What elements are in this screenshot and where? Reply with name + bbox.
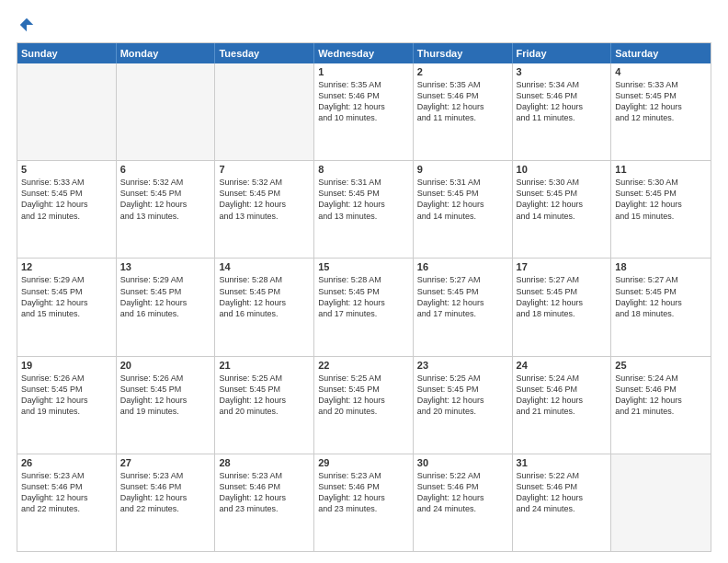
page: SundayMondayTuesdayWednesdayThursdayFrid… (0, 0, 728, 563)
cal-cell: 22Sunrise: 5:25 AM Sunset: 5:45 PM Dayli… (314, 357, 414, 454)
day-number: 20 (120, 360, 211, 371)
cell-info: Sunrise: 5:23 AM Sunset: 5:46 PM Dayligh… (219, 470, 310, 515)
day-number: 1 (318, 66, 409, 77)
logo-icon (18, 17, 35, 33)
day-number: 27 (120, 457, 211, 468)
day-number: 26 (21, 457, 112, 468)
cal-cell: 9Sunrise: 5:31 AM Sunset: 5:45 PM Daylig… (414, 161, 513, 258)
cell-info: Sunrise: 5:28 AM Sunset: 5:45 PM Dayligh… (318, 274, 409, 319)
cell-info: Sunrise: 5:32 AM Sunset: 5:45 PM Dayligh… (120, 177, 211, 222)
calendar-row-0: 1Sunrise: 5:35 AM Sunset: 5:46 PM Daylig… (17, 63, 711, 160)
day-number: 23 (417, 360, 508, 371)
cal-cell: 12Sunrise: 5:29 AM Sunset: 5:45 PM Dayli… (17, 259, 117, 355)
cell-info: Sunrise: 5:32 AM Sunset: 5:45 PM Dayligh… (219, 177, 310, 222)
day-number: 17 (517, 261, 608, 272)
cal-cell: 14Sunrise: 5:28 AM Sunset: 5:45 PM Dayli… (215, 259, 314, 355)
cal-cell: 4Sunrise: 5:33 AM Sunset: 5:45 PM Daylig… (611, 63, 711, 160)
cal-cell: 30Sunrise: 5:22 AM Sunset: 5:46 PM Dayli… (414, 454, 513, 551)
cal-cell: 28Sunrise: 5:23 AM Sunset: 5:46 PM Dayli… (215, 454, 314, 551)
day-number: 8 (318, 164, 409, 175)
day-number: 19 (21, 360, 112, 371)
cal-cell: 15Sunrise: 5:28 AM Sunset: 5:45 PM Dayli… (314, 259, 414, 355)
day-number: 11 (615, 164, 707, 175)
cell-info: Sunrise: 5:26 AM Sunset: 5:45 PM Dayligh… (120, 373, 211, 418)
cell-info: Sunrise: 5:25 AM Sunset: 5:45 PM Dayligh… (318, 373, 409, 418)
day-number: 4 (615, 66, 707, 77)
header-day-thursday: Thursday (414, 43, 513, 63)
cal-cell: 3Sunrise: 5:34 AM Sunset: 5:46 PM Daylig… (513, 63, 612, 160)
cell-info: Sunrise: 5:27 AM Sunset: 5:45 PM Dayligh… (417, 274, 508, 319)
day-number: 18 (615, 261, 707, 272)
cal-cell (611, 454, 711, 551)
cell-info: Sunrise: 5:22 AM Sunset: 5:46 PM Dayligh… (517, 470, 608, 515)
cal-cell: 13Sunrise: 5:29 AM Sunset: 5:45 PM Dayli… (117, 259, 216, 355)
cell-info: Sunrise: 5:33 AM Sunset: 5:45 PM Dayligh… (21, 177, 112, 222)
cal-cell: 1Sunrise: 5:35 AM Sunset: 5:46 PM Daylig… (314, 63, 414, 160)
cal-cell: 16Sunrise: 5:27 AM Sunset: 5:45 PM Dayli… (414, 259, 513, 355)
cal-cell: 11Sunrise: 5:30 AM Sunset: 5:45 PM Dayli… (611, 161, 711, 258)
cell-info: Sunrise: 5:35 AM Sunset: 5:46 PM Dayligh… (417, 79, 508, 124)
cal-cell: 21Sunrise: 5:25 AM Sunset: 5:45 PM Dayli… (215, 357, 314, 454)
day-number: 10 (517, 164, 608, 175)
cell-info: Sunrise: 5:29 AM Sunset: 5:45 PM Dayligh… (21, 274, 112, 319)
cal-cell: 2Sunrise: 5:35 AM Sunset: 5:46 PM Daylig… (414, 63, 513, 160)
day-number: 21 (219, 360, 310, 371)
cell-info: Sunrise: 5:24 AM Sunset: 5:46 PM Dayligh… (517, 373, 608, 418)
day-number: 29 (318, 457, 409, 468)
cal-cell: 18Sunrise: 5:27 AM Sunset: 5:45 PM Dayli… (611, 259, 711, 355)
cell-info: Sunrise: 5:27 AM Sunset: 5:45 PM Dayligh… (615, 274, 707, 319)
header-day-wednesday: Wednesday (314, 43, 414, 63)
cal-cell (117, 63, 216, 160)
cell-info: Sunrise: 5:33 AM Sunset: 5:45 PM Dayligh… (615, 79, 707, 124)
cal-cell: 19Sunrise: 5:26 AM Sunset: 5:45 PM Dayli… (17, 357, 117, 454)
day-number: 2 (417, 66, 508, 77)
cal-cell (17, 63, 117, 160)
cal-cell: 7Sunrise: 5:32 AM Sunset: 5:45 PM Daylig… (215, 161, 314, 258)
cal-cell: 6Sunrise: 5:32 AM Sunset: 5:45 PM Daylig… (117, 161, 216, 258)
day-number: 6 (120, 164, 211, 175)
cell-info: Sunrise: 5:24 AM Sunset: 5:46 PM Dayligh… (615, 373, 707, 418)
day-number: 24 (517, 360, 608, 371)
header-day-sunday: Sunday (17, 43, 117, 63)
cal-cell: 10Sunrise: 5:30 AM Sunset: 5:45 PM Dayli… (513, 161, 612, 258)
cal-cell: 8Sunrise: 5:31 AM Sunset: 5:45 PM Daylig… (314, 161, 414, 258)
day-number: 14 (219, 261, 310, 272)
cal-cell: 20Sunrise: 5:26 AM Sunset: 5:45 PM Dayli… (117, 357, 216, 454)
cal-cell: 29Sunrise: 5:23 AM Sunset: 5:46 PM Dayli… (314, 454, 414, 551)
cell-info: Sunrise: 5:23 AM Sunset: 5:46 PM Dayligh… (21, 470, 112, 515)
cell-info: Sunrise: 5:28 AM Sunset: 5:45 PM Dayligh… (219, 274, 310, 319)
cal-cell: 31Sunrise: 5:22 AM Sunset: 5:46 PM Dayli… (513, 454, 612, 551)
header-day-saturday: Saturday (611, 43, 711, 63)
day-number: 3 (517, 66, 608, 77)
day-number: 30 (417, 457, 508, 468)
cell-info: Sunrise: 5:34 AM Sunset: 5:46 PM Dayligh… (517, 79, 608, 124)
cal-cell: 17Sunrise: 5:27 AM Sunset: 5:45 PM Dayli… (513, 259, 612, 355)
day-number: 9 (417, 164, 508, 175)
calendar: SundayMondayTuesdayWednesdayThursdayFrid… (17, 42, 711, 552)
header (17, 17, 711, 33)
day-number: 31 (517, 457, 608, 468)
cell-info: Sunrise: 5:31 AM Sunset: 5:45 PM Dayligh… (318, 177, 409, 222)
day-number: 15 (318, 261, 409, 272)
cal-cell: 26Sunrise: 5:23 AM Sunset: 5:46 PM Dayli… (17, 454, 117, 551)
cal-cell: 5Sunrise: 5:33 AM Sunset: 5:45 PM Daylig… (17, 161, 117, 258)
day-number: 25 (615, 360, 707, 371)
header-day-tuesday: Tuesday (215, 43, 314, 63)
cell-info: Sunrise: 5:25 AM Sunset: 5:45 PM Dayligh… (219, 373, 310, 418)
cell-info: Sunrise: 5:23 AM Sunset: 5:46 PM Dayligh… (120, 470, 211, 515)
day-number: 16 (417, 261, 508, 272)
day-number: 22 (318, 360, 409, 371)
day-number: 28 (219, 457, 310, 468)
cal-cell: 24Sunrise: 5:24 AM Sunset: 5:46 PM Dayli… (513, 357, 612, 454)
cal-cell: 27Sunrise: 5:23 AM Sunset: 5:46 PM Dayli… (117, 454, 216, 551)
cell-info: Sunrise: 5:23 AM Sunset: 5:46 PM Dayligh… (318, 470, 409, 515)
cell-info: Sunrise: 5:30 AM Sunset: 5:45 PM Dayligh… (615, 177, 707, 222)
cal-cell: 25Sunrise: 5:24 AM Sunset: 5:46 PM Dayli… (611, 357, 711, 454)
cell-info: Sunrise: 5:22 AM Sunset: 5:46 PM Dayligh… (417, 470, 508, 515)
cell-info: Sunrise: 5:26 AM Sunset: 5:45 PM Dayligh… (21, 373, 112, 418)
cell-info: Sunrise: 5:29 AM Sunset: 5:45 PM Dayligh… (120, 274, 211, 319)
calendar-row-1: 5Sunrise: 5:33 AM Sunset: 5:45 PM Daylig… (17, 160, 711, 258)
cal-cell: 23Sunrise: 5:25 AM Sunset: 5:45 PM Dayli… (414, 357, 513, 454)
cell-info: Sunrise: 5:30 AM Sunset: 5:45 PM Dayligh… (517, 177, 608, 222)
header-day-monday: Monday (117, 43, 216, 63)
